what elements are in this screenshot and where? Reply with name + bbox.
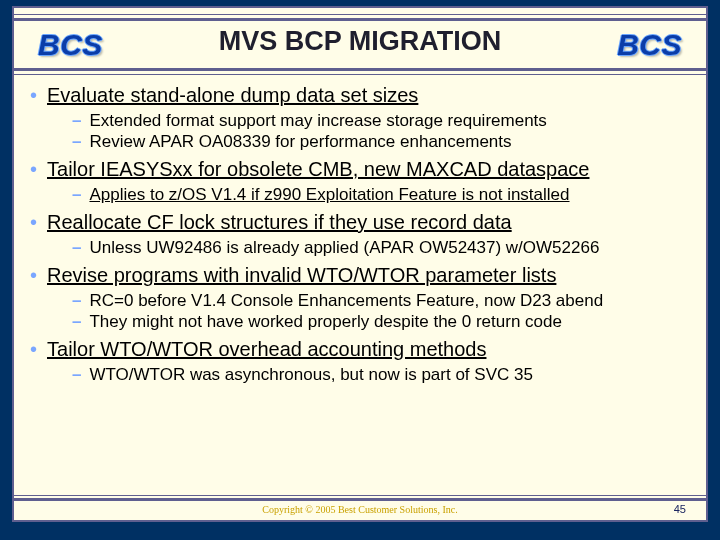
list-item: • Reallocate CF lock structures if they …	[26, 211, 700, 258]
page-number: 45	[674, 503, 686, 515]
sub-text: WTO/WTOR was asynchronous, but now is pa…	[89, 365, 532, 385]
content: • Evaluate stand-alone dump data set siz…	[26, 84, 700, 494]
dash-icon: –	[72, 365, 81, 385]
dash-icon: –	[72, 312, 81, 332]
bullet-icon: •	[30, 212, 37, 232]
sub-text: Extended format support may increase sto…	[89, 111, 546, 131]
list-item: • Tailor WTO/WTOR overhead accounting me…	[26, 338, 700, 385]
slide: BCS MVS BCP MIGRATION BCS • Evaluate sta…	[0, 0, 720, 540]
sub-list: –RC=0 before V1.4 Console Enhancements F…	[72, 291, 700, 332]
slide-inner: BCS MVS BCP MIGRATION BCS • Evaluate sta…	[12, 6, 708, 522]
bullet-icon: •	[30, 339, 37, 359]
rule-header-bottom-thin	[14, 74, 706, 75]
bullet-text: Tailor IEASYSxx for obsolete CMB, new MA…	[47, 158, 589, 181]
bullet-icon: •	[30, 265, 37, 285]
sub-item: –Extended format support may increase st…	[72, 111, 700, 131]
dash-icon: –	[72, 132, 81, 152]
bullet-text: Reallocate CF lock structures if they us…	[47, 211, 512, 234]
sub-text: They might not have worked properly desp…	[89, 312, 562, 332]
sub-list: –Applies to z/OS V1.4 if z990 Exploitati…	[72, 185, 700, 205]
dash-icon: –	[72, 185, 81, 205]
sub-item: –RC=0 before V1.4 Console Enhancements F…	[72, 291, 700, 311]
list-item: • Tailor IEASYSxx for obsolete CMB, new …	[26, 158, 700, 205]
dash-icon: –	[72, 111, 81, 131]
footer: Copyright © 2005 Best Customer Solutions…	[14, 500, 706, 518]
page-title: MVS BCP MIGRATION	[219, 26, 502, 57]
rule-footer-thin	[14, 495, 706, 496]
list-item: • Revise programs with invalid WTO/WTOR …	[26, 264, 700, 332]
list-item: • Evaluate stand-alone dump data set siz…	[26, 84, 700, 152]
sub-item: –Unless UW92486 is already applied (APAR…	[72, 238, 700, 258]
sub-item: –They might not have worked properly des…	[72, 312, 700, 332]
sub-text: RC=0 before V1.4 Console Enhancements Fe…	[89, 291, 603, 311]
logo-left: BCS	[38, 28, 103, 62]
sub-text: Review APAR OA08339 for performance enha…	[89, 132, 511, 152]
sub-list: –WTO/WTOR was asynchronous, but now is p…	[72, 365, 700, 385]
sub-item: –Review APAR OA08339 for performance enh…	[72, 132, 700, 152]
sub-text: Unless UW92486 is already applied (APAR …	[89, 238, 599, 258]
sub-list: –Unless UW92486 is already applied (APAR…	[72, 238, 700, 258]
copyright-text: Copyright © 2005 Best Customer Solutions…	[262, 504, 457, 515]
bullet-text: Tailor WTO/WTOR overhead accounting meth…	[47, 338, 486, 361]
sub-text: Applies to z/OS V1.4 if z990 Exploitatio…	[89, 185, 569, 205]
bullet-text: Revise programs with invalid WTO/WTOR pa…	[47, 264, 556, 287]
dash-icon: –	[72, 238, 81, 258]
bullet-list: • Evaluate stand-alone dump data set siz…	[26, 84, 700, 385]
sub-list: –Extended format support may increase st…	[72, 111, 700, 152]
header: BCS MVS BCP MIGRATION BCS	[14, 12, 706, 70]
bullet-icon: •	[30, 85, 37, 105]
sub-item: –Applies to z/OS V1.4 if z990 Exploitati…	[72, 185, 700, 205]
sub-item: –WTO/WTOR was asynchronous, but now is p…	[72, 365, 700, 385]
bullet-icon: •	[30, 159, 37, 179]
logo-right: BCS	[617, 28, 682, 62]
dash-icon: –	[72, 291, 81, 311]
bullet-text: Evaluate stand-alone dump data set sizes	[47, 84, 418, 107]
